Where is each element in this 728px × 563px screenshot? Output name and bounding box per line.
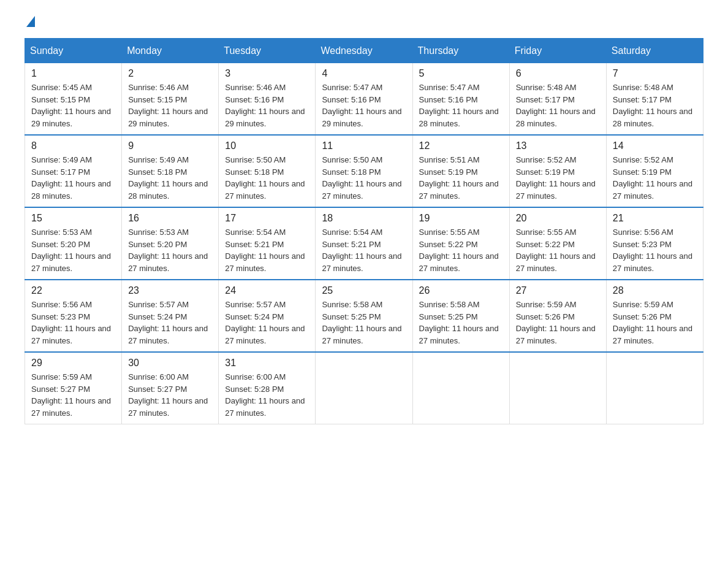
daylight-label: Daylight: 11 hours and 29 minutes. [31, 107, 111, 128]
daylight-label: Daylight: 11 hours and 27 minutes. [322, 324, 401, 345]
day-number: 19 [419, 213, 503, 224]
day-info: Sunrise: 5:51 AM Sunset: 5:19 PM Dayligh… [419, 154, 503, 202]
sunset-label: Sunset: 5:17 PM [31, 167, 90, 177]
calendar-cell: 26 Sunrise: 5:58 AM Sunset: 5:25 PM Dayl… [412, 280, 509, 352]
sunset-label: Sunset: 5:18 PM [128, 167, 187, 177]
calendar-cell: 20 Sunrise: 5:55 AM Sunset: 5:22 PM Dayl… [509, 207, 606, 280]
calendar-cell: 22 Sunrise: 5:56 AM Sunset: 5:23 PM Dayl… [25, 280, 122, 352]
daylight-label: Daylight: 11 hours and 27 minutes. [516, 251, 596, 273]
day-number: 21 [613, 213, 697, 224]
calendar-cell: 9 Sunrise: 5:49 AM Sunset: 5:18 PM Dayli… [122, 135, 219, 207]
calendar-cell: 28 Sunrise: 5:59 AM Sunset: 5:26 PM Dayl… [606, 280, 703, 352]
calendar-cell: 1 Sunrise: 5:45 AM Sunset: 5:15 PM Dayli… [25, 63, 122, 136]
day-info: Sunrise: 5:57 AM Sunset: 5:24 PM Dayligh… [225, 299, 309, 347]
calendar-cell: 5 Sunrise: 5:47 AM Sunset: 5:16 PM Dayli… [412, 63, 509, 136]
day-number: 28 [613, 285, 697, 296]
calendar-cell [412, 352, 509, 424]
sunset-label: Sunset: 5:22 PM [516, 240, 575, 249]
daylight-label: Daylight: 11 hours and 27 minutes. [31, 396, 111, 418]
day-number: 9 [128, 140, 212, 151]
calendar-cell: 13 Sunrise: 5:52 AM Sunset: 5:19 PM Dayl… [509, 135, 606, 207]
daylight-label: Daylight: 11 hours and 28 minutes. [419, 107, 499, 128]
calendar-cell: 21 Sunrise: 5:56 AM Sunset: 5:23 PM Dayl… [606, 207, 703, 280]
daylight-label: Daylight: 11 hours and 27 minutes. [128, 396, 208, 418]
day-number: 26 [419, 285, 503, 296]
sunset-label: Sunset: 5:23 PM [613, 240, 672, 249]
day-info: Sunrise: 5:46 AM Sunset: 5:16 PM Dayligh… [225, 82, 309, 129]
calendar-cell: 24 Sunrise: 5:57 AM Sunset: 5:24 PM Dayl… [219, 280, 316, 352]
day-number: 6 [516, 68, 600, 79]
calendar-cell [509, 352, 606, 424]
sunset-label: Sunset: 5:19 PM [516, 167, 575, 177]
header-saturday: Saturday [606, 39, 703, 63]
sunset-label: Sunset: 5:20 PM [128, 240, 187, 249]
calendar-cell: 2 Sunrise: 5:46 AM Sunset: 5:15 PM Dayli… [122, 63, 219, 136]
day-info: Sunrise: 5:53 AM Sunset: 5:20 PM Dayligh… [31, 226, 115, 274]
calendar-cell: 3 Sunrise: 5:46 AM Sunset: 5:16 PM Dayli… [219, 63, 316, 136]
sunset-label: Sunset: 5:23 PM [31, 312, 90, 321]
day-info: Sunrise: 5:59 AM Sunset: 5:26 PM Dayligh… [516, 299, 600, 347]
daylight-label: Daylight: 11 hours and 27 minutes. [225, 324, 305, 345]
calendar-cell: 8 Sunrise: 5:49 AM Sunset: 5:17 PM Dayli… [25, 135, 122, 207]
sunset-label: Sunset: 5:19 PM [613, 167, 672, 177]
daylight-label: Daylight: 11 hours and 27 minutes. [516, 179, 596, 201]
calendar-cell: 27 Sunrise: 5:59 AM Sunset: 5:26 PM Dayl… [509, 280, 606, 352]
daylight-label: Daylight: 11 hours and 27 minutes. [419, 251, 499, 273]
daylight-label: Daylight: 11 hours and 27 minutes. [322, 179, 401, 201]
sunrise-label: Sunrise: 5:56 AM [31, 300, 92, 309]
calendar-cell: 11 Sunrise: 5:50 AM Sunset: 5:18 PM Dayl… [316, 135, 412, 207]
daylight-label: Daylight: 11 hours and 27 minutes. [225, 179, 305, 201]
day-info: Sunrise: 5:56 AM Sunset: 5:23 PM Dayligh… [31, 299, 115, 347]
day-info: Sunrise: 5:49 AM Sunset: 5:17 PM Dayligh… [31, 154, 115, 202]
day-info: Sunrise: 5:54 AM Sunset: 5:21 PM Dayligh… [225, 226, 309, 274]
daylight-label: Daylight: 11 hours and 28 minutes. [613, 107, 692, 128]
day-info: Sunrise: 5:47 AM Sunset: 5:16 PM Dayligh… [322, 82, 406, 129]
calendar-cell: 17 Sunrise: 5:54 AM Sunset: 5:21 PM Dayl… [219, 207, 316, 280]
day-info: Sunrise: 5:56 AM Sunset: 5:23 PM Dayligh… [613, 226, 697, 274]
daylight-label: Daylight: 11 hours and 27 minutes. [419, 324, 499, 345]
day-number: 27 [516, 285, 600, 296]
sunset-label: Sunset: 5:16 PM [225, 95, 284, 104]
calendar-cell: 23 Sunrise: 5:57 AM Sunset: 5:24 PM Dayl… [122, 280, 219, 352]
day-info: Sunrise: 5:59 AM Sunset: 5:26 PM Dayligh… [613, 299, 697, 347]
day-info: Sunrise: 5:48 AM Sunset: 5:17 PM Dayligh… [516, 82, 600, 129]
sunrise-label: Sunrise: 5:46 AM [128, 83, 189, 92]
sunset-label: Sunset: 5:21 PM [322, 240, 381, 249]
calendar-cell: 18 Sunrise: 5:54 AM Sunset: 5:21 PM Dayl… [316, 207, 412, 280]
day-info: Sunrise: 5:58 AM Sunset: 5:25 PM Dayligh… [419, 299, 503, 347]
sunrise-label: Sunrise: 5:53 AM [31, 228, 92, 237]
day-number: 10 [225, 140, 309, 151]
day-info: Sunrise: 5:58 AM Sunset: 5:25 PM Dayligh… [322, 299, 406, 347]
day-number: 8 [31, 140, 115, 151]
sunrise-label: Sunrise: 5:58 AM [322, 300, 382, 309]
day-info: Sunrise: 5:46 AM Sunset: 5:15 PM Dayligh… [128, 82, 212, 129]
daylight-label: Daylight: 11 hours and 28 minutes. [128, 179, 208, 201]
day-number: 16 [128, 213, 212, 224]
day-info: Sunrise: 6:00 AM Sunset: 5:28 PM Dayligh… [225, 371, 309, 419]
daylight-label: Daylight: 11 hours and 27 minutes. [419, 179, 499, 201]
header-sunday: Sunday [25, 39, 122, 63]
sunset-label: Sunset: 5:21 PM [225, 240, 284, 249]
day-number: 13 [516, 140, 600, 151]
day-info: Sunrise: 5:47 AM Sunset: 5:16 PM Dayligh… [419, 82, 503, 129]
day-number: 3 [225, 68, 309, 79]
sunrise-label: Sunrise: 5:48 AM [516, 83, 577, 92]
day-info: Sunrise: 5:55 AM Sunset: 5:22 PM Dayligh… [419, 226, 503, 274]
sunrise-label: Sunrise: 5:48 AM [613, 83, 673, 92]
calendar-cell: 12 Sunrise: 5:51 AM Sunset: 5:19 PM Dayl… [412, 135, 509, 207]
day-info: Sunrise: 5:48 AM Sunset: 5:17 PM Dayligh… [613, 82, 697, 129]
sunrise-label: Sunrise: 5:54 AM [322, 228, 382, 237]
sunrise-label: Sunrise: 5:59 AM [516, 300, 577, 309]
calendar-cell: 19 Sunrise: 5:55 AM Sunset: 5:22 PM Dayl… [412, 207, 509, 280]
logo-text [25, 18, 35, 29]
daylight-label: Daylight: 11 hours and 27 minutes. [516, 324, 596, 345]
day-info: Sunrise: 5:57 AM Sunset: 5:24 PM Dayligh… [128, 299, 212, 347]
sunset-label: Sunset: 5:18 PM [225, 167, 284, 177]
daylight-label: Daylight: 11 hours and 29 minutes. [128, 107, 208, 128]
day-number: 29 [31, 358, 115, 369]
logo [25, 18, 35, 26]
calendar-cell: 10 Sunrise: 5:50 AM Sunset: 5:18 PM Dayl… [219, 135, 316, 207]
daylight-label: Daylight: 11 hours and 27 minutes. [225, 396, 305, 418]
day-number: 22 [31, 285, 115, 296]
sunrise-label: Sunrise: 5:50 AM [225, 155, 286, 164]
